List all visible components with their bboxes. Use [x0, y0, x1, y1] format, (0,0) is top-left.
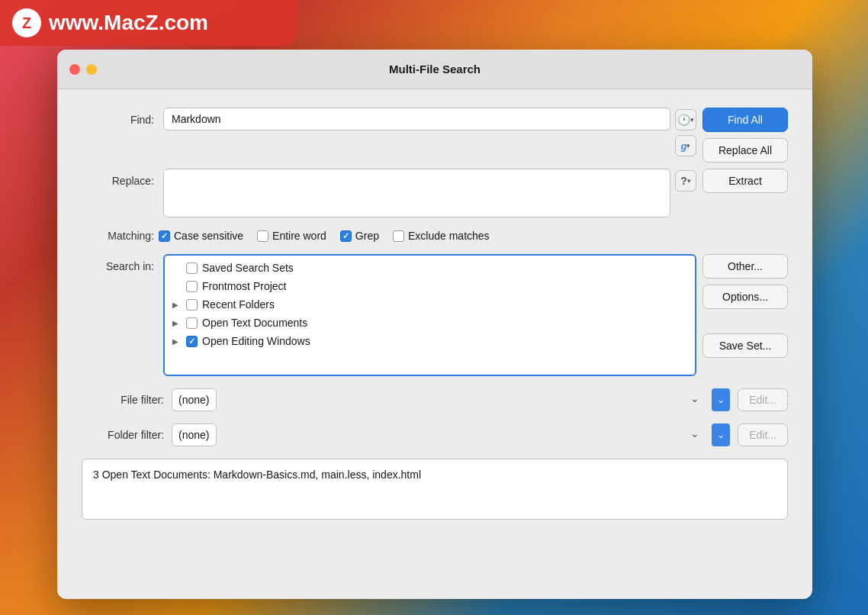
open-text-docs-label: Open Text Documents — [202, 317, 307, 329]
open-editing-windows-label: Open Editing Windows — [202, 335, 310, 347]
find-row: Find: 🕐 ▾ g ▾ — [82, 108, 696, 156]
replace-help-button[interactable]: ? ▾ — [675, 170, 696, 192]
file-filter-label: File filter: — [82, 394, 164, 406]
find-history-button[interactable]: 🕐 ▾ — [675, 109, 696, 130]
find-label: Find: — [82, 108, 154, 126]
folder-filter-dropdown-icon: ⌄ — [717, 430, 725, 440]
open-text-docs-expand-icon[interactable]: ▶ — [172, 319, 182, 327]
close-button[interactable] — [69, 64, 80, 75]
case-sensitive-checkbox[interactable] — [159, 230, 170, 242]
saved-search-sets-checkbox[interactable] — [186, 262, 198, 274]
search-in-section: Search in: Saved Search Sets Frontmost P… — [82, 254, 788, 376]
file-filter-row: File filter: (none) ⌄ Edit... — [82, 388, 788, 411]
replace-all-button[interactable]: Replace All — [702, 138, 788, 163]
case-sensitive-label: Case sensitive — [174, 230, 243, 242]
folder-filter-label: Folder filter: — [82, 429, 164, 441]
folder-filter-row: Folder filter: (none) ⌄ Edit... — [82, 423, 788, 446]
exclude-matches-checkbox[interactable] — [393, 230, 404, 242]
grep-checkbox[interactable] — [340, 230, 352, 242]
status-text: 3 Open Text Documents: Markdown-Basics.m… — [93, 468, 421, 481]
checkbox-case-sensitive[interactable]: Case sensitive — [159, 230, 243, 242]
folder-filter-select[interactable]: (none) — [172, 423, 217, 446]
find-field-group: 🕐 ▾ g ▾ — [163, 108, 696, 156]
google-dropdown-icon: ▾ — [686, 142, 690, 150]
secondary-actions: Other... Options... Save Set... — [696, 254, 788, 358]
replace-label: Replace: — [82, 169, 154, 187]
file-filter-select-wrapper: (none) — [172, 388, 704, 411]
replace-help-dropdown-icon: ▾ — [687, 177, 691, 185]
checkbox-grep[interactable]: Grep — [340, 230, 379, 242]
replace-row: Replace: ? ▾ — [82, 169, 696, 217]
find-input[interactable] — [163, 108, 670, 130]
file-filter-dropdown-icon: ⌄ — [717, 394, 725, 405]
grep-label: Grep — [355, 230, 379, 242]
minimize-button[interactable] — [86, 64, 97, 75]
content-area: Find: 🕐 ▾ g ▾ — [57, 89, 812, 599]
find-replace-fields: Find: 🕐 ▾ g ▾ — [82, 108, 696, 217]
main-window: Multi-File Search Find: 🕐 ▾ — [57, 50, 812, 599]
checkbox-entire-word[interactable]: Entire word — [257, 230, 326, 242]
top-section: Find: 🕐 ▾ g ▾ — [82, 108, 788, 217]
saved-search-sets-label: Saved Search Sets — [202, 262, 294, 274]
checkbox-exclude-matches[interactable]: Exclude matches — [393, 230, 490, 242]
replace-field-group: ? ▾ — [163, 169, 696, 217]
find-icons: 🕐 ▾ g ▾ — [675, 108, 696, 156]
open-text-docs-checkbox[interactable] — [186, 317, 198, 329]
open-editing-windows-expand-icon[interactable]: ▶ — [172, 337, 182, 346]
question-icon: ? — [680, 175, 687, 187]
frontmost-project-label: Frontmost Project — [202, 280, 286, 292]
open-editing-windows-checkbox[interactable] — [186, 336, 198, 347]
macz-banner: Z www.MacZ.com — [0, 0, 297, 46]
file-filter-select[interactable]: (none) — [172, 388, 217, 411]
matching-row: Matching: Case sensitive Entire word Gre… — [82, 230, 788, 242]
spacer — [702, 315, 788, 327]
folder-filter-select-wrapper: (none) — [172, 423, 704, 446]
find-google-button[interactable]: g ▾ — [675, 135, 696, 156]
find-history-dropdown-icon: ▾ — [690, 116, 694, 124]
titlebar: Multi-File Search — [57, 50, 812, 89]
options-button[interactable]: Options... — [702, 285, 788, 309]
window-controls — [69, 64, 97, 75]
matching-label: Matching: — [82, 230, 154, 242]
search-in-left: Search in: Saved Search Sets Frontmost P… — [82, 254, 696, 376]
list-item[interactable]: ▶ Recent Folders — [165, 295, 695, 314]
list-item[interactable]: ▶ Open Editing Windows — [165, 332, 695, 350]
primary-actions: Find All Replace All Extract — [696, 108, 788, 217]
recent-folders-label: Recent Folders — [202, 298, 275, 311]
extract-button[interactable]: Extract — [702, 169, 788, 193]
search-in-label: Search in: — [82, 254, 154, 272]
exclude-matches-label: Exclude matches — [408, 230, 490, 242]
recent-folders-expand-icon[interactable]: ▶ — [172, 301, 182, 309]
entire-word-label: Entire word — [272, 230, 326, 242]
other-button[interactable]: Other... — [702, 254, 788, 279]
frontmost-project-checkbox[interactable] — [186, 281, 198, 292]
replace-icons: ? ▾ — [675, 169, 696, 192]
list-item[interactable]: Saved Search Sets — [165, 259, 695, 277]
replace-input[interactable] — [163, 169, 670, 217]
recent-folders-checkbox[interactable] — [186, 299, 198, 311]
file-filter-dropdown-button[interactable]: ⌄ — [712, 388, 730, 411]
checkboxes: Case sensitive Entire word Grep Exclude … — [159, 230, 788, 242]
file-filter-edit-button[interactable]: Edit... — [738, 388, 788, 411]
macz-logo-icon: Z — [12, 8, 41, 37]
save-set-button[interactable]: Save Set... — [702, 333, 788, 358]
status-area: 3 Open Text Documents: Markdown-Basics.m… — [82, 459, 788, 520]
entire-word-checkbox[interactable] — [257, 230, 268, 242]
clock-icon: 🕐 — [677, 114, 690, 126]
list-item[interactable]: Frontmost Project — [165, 277, 695, 295]
google-icon: g — [681, 140, 687, 152]
search-in-listbox[interactable]: Saved Search Sets Frontmost Project ▶ Re… — [163, 254, 696, 376]
folder-filter-edit-button[interactable]: Edit... — [738, 423, 788, 446]
find-all-button[interactable]: Find All — [702, 108, 788, 132]
macz-url: www.MacZ.com — [49, 11, 208, 35]
window-title: Multi-File Search — [389, 63, 481, 76]
list-item[interactable]: ▶ Open Text Documents — [165, 314, 695, 332]
folder-filter-dropdown-button[interactable]: ⌄ — [712, 423, 730, 446]
